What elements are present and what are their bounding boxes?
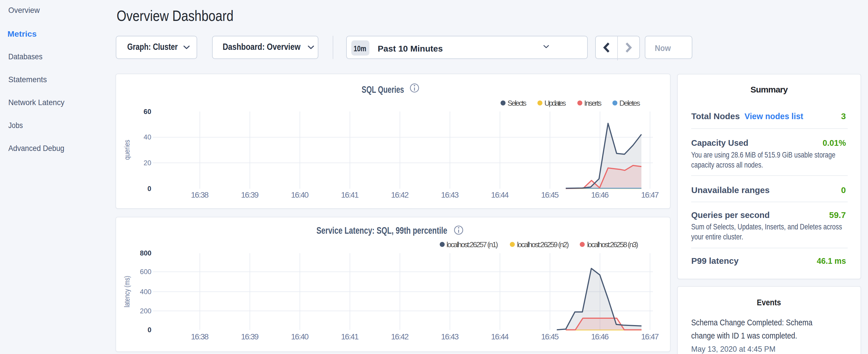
svg-text:Deletes: Deletes — [619, 99, 640, 107]
svg-text:16:41: 16:41 — [341, 332, 359, 341]
svg-text:16:42: 16:42 — [391, 190, 409, 199]
svg-text:16:45: 16:45 — [541, 190, 559, 199]
svg-text:400: 400 — [140, 288, 151, 296]
svg-text:16:39: 16:39 — [241, 332, 258, 341]
svg-text:40: 40 — [144, 133, 151, 141]
svg-text:localhost:26259 (n2): localhost:26259 (n2) — [517, 240, 569, 249]
svg-text:16:47: 16:47 — [641, 190, 659, 199]
svg-text:16:44: 16:44 — [491, 332, 509, 341]
svg-text:600: 600 — [140, 268, 151, 276]
svg-text:800: 800 — [140, 249, 151, 257]
svg-text:16:45: 16:45 — [541, 332, 559, 341]
svg-text:0: 0 — [148, 326, 151, 334]
svg-text:16:43: 16:43 — [441, 190, 459, 199]
svg-text:Inserts: Inserts — [584, 99, 601, 107]
svg-text:16:38: 16:38 — [191, 332, 209, 341]
svg-text:Service Latency: SQL, 99th per: Service Latency: SQL, 99th percentile — [316, 225, 447, 236]
svg-text:16:43: 16:43 — [441, 332, 459, 341]
svg-text:16:42: 16:42 — [391, 332, 409, 341]
svg-text:16:41: 16:41 — [341, 190, 359, 199]
svg-text:16:40: 16:40 — [291, 332, 309, 341]
svg-text:16:44: 16:44 — [491, 190, 509, 199]
svg-text:16:46: 16:46 — [591, 190, 609, 199]
svg-text:16:40: 16:40 — [291, 190, 309, 199]
svg-text:Updates: Updates — [544, 99, 566, 107]
svg-text:60: 60 — [144, 108, 151, 116]
svg-text:20: 20 — [144, 159, 151, 167]
svg-text:queries: queries — [123, 140, 131, 160]
svg-text:localhost:26257 (n1): localhost:26257 (n1) — [446, 240, 498, 249]
svg-text:SQL Queries: SQL Queries — [362, 84, 404, 95]
svg-text:16:46: 16:46 — [591, 332, 609, 341]
svg-text:latency (ms): latency (ms) — [123, 276, 131, 307]
svg-text:16:47: 16:47 — [641, 332, 659, 341]
svg-text:Selects: Selects — [507, 99, 526, 107]
svg-text:16:39: 16:39 — [241, 190, 258, 199]
svg-text:0: 0 — [147, 185, 151, 192]
svg-text:localhost:26258 (n3): localhost:26258 (n3) — [587, 240, 638, 249]
svg-text:200: 200 — [140, 307, 151, 315]
svg-text:16:38: 16:38 — [191, 190, 209, 199]
